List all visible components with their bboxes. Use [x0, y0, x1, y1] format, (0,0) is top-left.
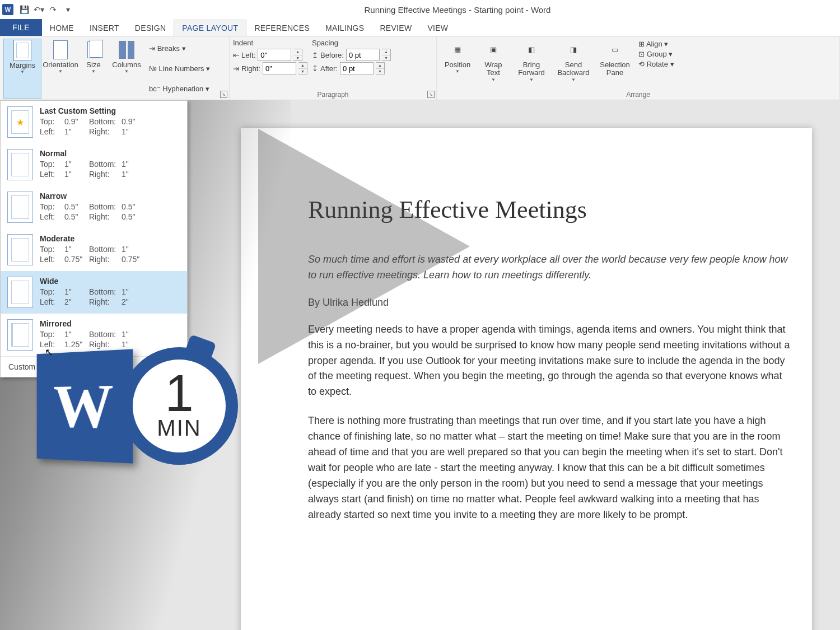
margin-preset-icon: [7, 192, 33, 223]
orientation-label: Orientation: [43, 61, 78, 69]
spacing-after-label: After:: [320, 64, 338, 73]
breaks-button[interactable]: ⇥ Breaks ▾: [148, 43, 211, 54]
margins-button[interactable]: Margins ▼: [3, 39, 41, 99]
doc-para-1: Every meeting needs to have a proper age…: [308, 322, 792, 400]
chevron-down-icon: ▼: [91, 69, 96, 74]
tab-design[interactable]: DESIGN: [127, 20, 174, 36]
page: Running Effective Meetings So much time …: [241, 128, 812, 630]
indent-right-label: Right:: [241, 64, 260, 73]
group-arrange: ▦Position▼ ▣Wrap Text▼ ◧Bring Forward▼ ◨…: [437, 36, 840, 100]
ribbon-tabs: FILE HOME INSERT DESIGN PAGE LAYOUT REFE…: [0, 19, 840, 36]
spacing-before-spinner[interactable]: ▲▼: [382, 49, 391, 61]
badge-number: 1: [165, 371, 193, 415]
indent-heading: Indent: [233, 39, 307, 48]
arrange-group-label: Arrange: [440, 90, 836, 99]
wrap-text-icon: ▣: [483, 40, 503, 60]
doc-byline: By Ulrika Hedlund: [308, 297, 792, 309]
selection-pane-icon: ▭: [605, 40, 625, 60]
tab-review[interactable]: REVIEW: [372, 20, 419, 36]
size-label: Size: [86, 61, 100, 69]
tab-mailings[interactable]: MAILINGS: [318, 20, 372, 36]
doc-tagline: So much time and effort is wasted at eve…: [308, 252, 792, 283]
columns-button[interactable]: Columns ▼: [108, 39, 146, 99]
margins-option-narrow[interactable]: NarrowTop:0.5"Bottom:0.5"Left:0.5"Right:…: [1, 186, 187, 228]
doc-para-2: There is nothing more frustrating than m…: [308, 413, 792, 522]
columns-label: Columns: [112, 61, 141, 69]
one-minute-badge: W 1 MIN: [34, 347, 238, 465]
margin-preset-title: Last Custom Setting: [40, 106, 181, 115]
tab-page-layout[interactable]: PAGE LAYOUT: [174, 20, 246, 36]
group-page-setup: Margins ▼ Orientation ▼ Size ▼ Columns ▼…: [0, 36, 230, 100]
page-setup-dialog-launcher[interactable]: ↘: [220, 91, 227, 98]
columns-icon: [119, 41, 134, 59]
position-button[interactable]: ▦Position▼: [440, 39, 475, 90]
margins-label: Margins: [10, 62, 35, 69]
margins-icon: [13, 40, 31, 61]
margin-preset-title: Mirrored: [40, 319, 181, 328]
tab-home[interactable]: HOME: [42, 20, 82, 36]
tab-file[interactable]: FILE: [0, 19, 42, 36]
qat-customize-icon[interactable]: ▾: [60, 3, 75, 16]
margin-preset-icon: [7, 319, 33, 351]
stopwatch-icon: 1 MIN: [120, 347, 238, 465]
margins-option-moderate[interactable]: ModerateTop:1"Bottom:1"Left:0.75"Right:0…: [1, 228, 187, 271]
margins-option-wide[interactable]: WideTop:1"Bottom:1"Left:2"Right:2": [1, 271, 187, 314]
size-button[interactable]: Size ▼: [80, 39, 108, 99]
margins-option-normal[interactable]: NormalTop:1"Bottom:1"Left:1"Right:1": [1, 143, 187, 186]
group-button[interactable]: ⊡ Group ▾: [638, 50, 674, 58]
word-tile-icon: W: [37, 349, 133, 463]
hyphenation-button[interactable]: bc⁻ Hyphenation ▾: [148, 83, 211, 94]
indent-left-input[interactable]: [258, 49, 291, 61]
position-icon: ▦: [447, 40, 468, 60]
tab-view[interactable]: VIEW: [419, 20, 456, 36]
word-icon: W: [2, 4, 13, 15]
indent-right-input[interactable]: [263, 62, 296, 74]
margin-preset-title: Narrow: [40, 192, 181, 200]
indent-right-icon: ⇥: [233, 64, 239, 73]
ribbon: Margins ▼ Orientation ▼ Size ▼ Columns ▼…: [0, 36, 840, 100]
margins-option-last-custom-setting[interactable]: Last Custom SettingTop:0.9"Bottom:0.9"Le…: [1, 101, 187, 143]
spacing-before-icon: ↥: [312, 51, 318, 59]
line-numbers-button[interactable]: № Line Numbers ▾: [148, 63, 211, 74]
margin-preset-icon: [7, 277, 33, 308]
chevron-down-icon: ▼: [58, 69, 63, 74]
cursor-icon: ↖: [45, 346, 53, 358]
spacing-heading: Spacing: [312, 39, 391, 48]
title-bar: W 💾 ↶▾ ↷ ▾ Running Effective Meetings - …: [0, 0, 840, 19]
window-title: Running Effective Meetings - Starting po…: [75, 5, 840, 15]
group-paragraph: Indent ⇤ Left: ▲▼ ⇥ Right: ▲▼ Spacing ↥: [230, 36, 437, 100]
size-icon: [87, 41, 100, 58]
bring-forward-icon: ◧: [521, 40, 542, 60]
tab-insert[interactable]: INSERT: [82, 20, 127, 36]
margin-preset-icon: [7, 149, 33, 180]
qat-save-icon[interactable]: 💾: [17, 3, 31, 16]
selection-pane-button[interactable]: ▭Selection Pane: [596, 39, 634, 90]
chevron-down-icon: ▼: [20, 70, 25, 75]
bring-forward-button[interactable]: ◧Bring Forward▼: [512, 39, 551, 90]
spacing-after-spinner[interactable]: ▲▼: [376, 62, 385, 74]
orientation-button[interactable]: Orientation ▼: [41, 39, 80, 99]
indent-left-label: Left:: [241, 51, 255, 59]
margin-preset-title: Wide: [40, 277, 181, 286]
spacing-before-input[interactable]: [346, 49, 380, 61]
indent-left-spinner[interactable]: ▲▼: [293, 49, 302, 61]
qat-undo-icon[interactable]: ↶▾: [31, 3, 46, 16]
align-button[interactable]: ⊞ Align ▾: [638, 40, 674, 48]
doc-title: Running Effective Meetings: [308, 195, 792, 224]
paragraph-dialog-launcher[interactable]: ↘: [427, 91, 435, 98]
margin-preset-icon: [7, 106, 33, 138]
chevron-down-icon: ▼: [124, 69, 129, 74]
send-backward-icon: ◨: [563, 40, 584, 60]
rotate-button[interactable]: ⟲ Rotate ▾: [638, 60, 674, 68]
send-backward-button[interactable]: ◨Send Backward▼: [553, 39, 594, 90]
spacing-after-input[interactable]: [340, 62, 374, 74]
margin-preset-title: Normal: [40, 149, 181, 158]
orientation-icon: [53, 40, 68, 59]
margin-preset-icon: [7, 234, 33, 265]
qat-redo-icon[interactable]: ↷: [46, 3, 60, 16]
wrap-text-button[interactable]: ▣Wrap Text▼: [477, 39, 510, 90]
tab-references[interactable]: REFERENCES: [246, 20, 318, 36]
spacing-after-icon: ↧: [312, 64, 318, 73]
indent-right-spinner[interactable]: ▲▼: [298, 62, 307, 74]
badge-min: MIN: [157, 416, 201, 441]
